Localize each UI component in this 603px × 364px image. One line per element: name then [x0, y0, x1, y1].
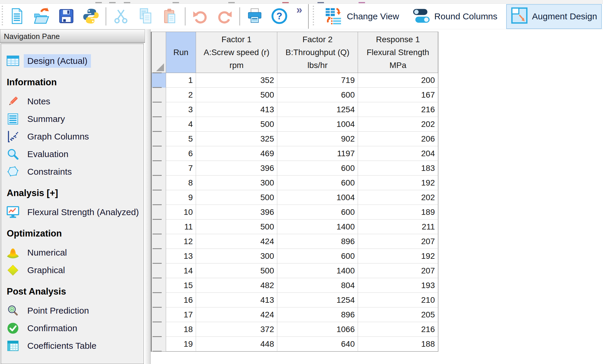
flexural-strength-cell[interactable]: 188: [358, 337, 438, 351]
run-cell[interactable]: 14: [166, 263, 196, 278]
run-cell[interactable]: 2: [166, 88, 196, 102]
flexural-strength-cell[interactable]: 192: [358, 249, 438, 263]
row-selector[interactable]: [152, 117, 166, 132]
screw-speed-cell[interactable]: 300: [196, 249, 277, 263]
throughput-cell[interactable]: 1254: [277, 102, 358, 117]
screw-speed-cell[interactable]: 413: [196, 293, 277, 307]
column-header-factor1[interactable]: Factor 1 A:Screw speed (r) rpm: [196, 32, 277, 73]
run-cell[interactable]: 1: [166, 73, 196, 88]
screw-speed-cell[interactable]: 372: [196, 322, 277, 337]
row-selector[interactable]: [152, 322, 166, 337]
run-cell[interactable]: 17: [166, 307, 196, 322]
nav-item-coefficients-table[interactable]: Coefficients Table: [6, 339, 143, 353]
run-cell[interactable]: 16: [166, 293, 196, 307]
flexural-strength-cell[interactable]: 211: [358, 220, 438, 234]
throughput-cell[interactable]: 1400: [277, 263, 358, 278]
run-cell[interactable]: 12: [166, 234, 196, 249]
run-cell[interactable]: 19: [166, 337, 196, 351]
flexural-strength-cell[interactable]: 167: [358, 88, 438, 102]
undo-button[interactable]: [188, 5, 212, 28]
flexural-strength-cell[interactable]: 189: [358, 205, 438, 220]
row-selector[interactable]: [152, 132, 166, 146]
run-cell[interactable]: 8: [166, 176, 196, 190]
flexural-strength-cell[interactable]: 205: [358, 307, 438, 322]
row-selector[interactable]: [152, 176, 166, 190]
row-selector[interactable]: [152, 249, 166, 263]
flexural-strength-cell[interactable]: 207: [358, 263, 438, 278]
pane-splitter[interactable]: [145, 29, 151, 364]
row-selector[interactable]: [152, 161, 166, 176]
column-header-factor2[interactable]: Factor 2 B:Throughput (Q) lbs/hr: [277, 32, 358, 73]
flexural-strength-cell[interactable]: 200: [358, 73, 438, 88]
run-cell[interactable]: 3: [166, 102, 196, 117]
nav-item-constraints[interactable]: Constraints: [6, 164, 143, 179]
flexural-strength-cell[interactable]: 183: [358, 161, 438, 176]
flexural-strength-cell[interactable]: 216: [358, 102, 438, 117]
run-cell[interactable]: 9: [166, 190, 196, 205]
nav-item-graph-columns[interactable]: Graph Columns: [6, 129, 143, 144]
screw-speed-cell[interactable]: 448: [196, 337, 277, 351]
throughput-cell[interactable]: 1004: [277, 117, 358, 132]
throughput-cell[interactable]: 600: [277, 205, 358, 220]
run-cell[interactable]: 15: [166, 278, 196, 293]
toolbar-drag-grip[interactable]: [313, 6, 314, 27]
column-header-response1[interactable]: Response 1 Flexural Strength MPa: [358, 32, 438, 73]
screw-speed-cell[interactable]: 396: [196, 205, 277, 220]
screw-speed-cell[interactable]: 500: [196, 190, 277, 205]
flexural-strength-cell[interactable]: 192: [358, 176, 438, 190]
run-cell[interactable]: 5: [166, 132, 196, 146]
nav-item-evaluation[interactable]: Evaluation: [6, 147, 143, 161]
throughput-cell[interactable]: 1004: [277, 190, 358, 205]
screw-speed-cell[interactable]: 482: [196, 278, 277, 293]
flexural-strength-cell[interactable]: 193: [358, 278, 438, 293]
screw-speed-cell[interactable]: 413: [196, 102, 277, 117]
nav-item-confirmation[interactable]: Confirmation: [6, 321, 143, 336]
throughput-cell[interactable]: 1254: [277, 293, 358, 307]
toolbar-overflow-button[interactable]: »: [295, 4, 304, 16]
run-cell[interactable]: 11: [166, 220, 196, 234]
run-cell[interactable]: 18: [166, 322, 196, 337]
round-columns-button[interactable]: Round Columns: [408, 4, 502, 29]
run-cell[interactable]: 7: [166, 161, 196, 176]
run-cell[interactable]: 13: [166, 249, 196, 263]
row-selector[interactable]: [152, 278, 166, 293]
help-button[interactable]: ?: [267, 5, 292, 28]
throughput-cell[interactable]: 600: [277, 88, 358, 102]
flexural-strength-cell[interactable]: 206: [358, 132, 438, 146]
run-cell[interactable]: 10: [166, 205, 196, 220]
throughput-cell[interactable]: 902: [277, 132, 358, 146]
screw-speed-cell[interactable]: 469: [196, 146, 277, 161]
throughput-cell[interactable]: 600: [277, 249, 358, 263]
nav-item-point-prediction[interactable]: Point Prediction: [6, 303, 143, 318]
flexural-strength-cell[interactable]: 216: [358, 322, 438, 337]
change-view-button[interactable]: Change View: [320, 4, 404, 30]
row-selector[interactable]: [152, 88, 166, 102]
row-selector[interactable]: [152, 293, 166, 307]
row-selector[interactable]: [152, 263, 166, 278]
redo-button[interactable]: [212, 5, 237, 28]
throughput-cell[interactable]: 896: [277, 307, 358, 322]
row-selector[interactable]: [152, 190, 166, 205]
flexural-strength-cell[interactable]: 202: [358, 117, 438, 132]
run-cell[interactable]: 6: [166, 146, 196, 161]
cut-button[interactable]: [109, 5, 133, 28]
run-cell[interactable]: 4: [166, 117, 196, 132]
nav-item-design-actual[interactable]: Design (Actual): [6, 54, 143, 68]
throughput-cell[interactable]: 896: [277, 234, 358, 249]
python-script-button[interactable]: [79, 5, 103, 28]
flexural-strength-cell[interactable]: 202: [358, 190, 438, 205]
screw-speed-cell[interactable]: 500: [196, 263, 277, 278]
screw-speed-cell[interactable]: 325: [196, 132, 277, 146]
throughput-cell[interactable]: 1066: [277, 322, 358, 337]
flexural-strength-cell[interactable]: 207: [358, 234, 438, 249]
row-selector[interactable]: [152, 307, 166, 322]
throughput-cell[interactable]: 600: [277, 161, 358, 176]
row-selector[interactable]: [152, 73, 166, 88]
copy-button[interactable]: [133, 5, 158, 28]
screw-speed-cell[interactable]: 424: [196, 307, 277, 322]
screw-speed-cell[interactable]: 500: [196, 117, 277, 132]
new-file-button[interactable]: [5, 5, 29, 28]
row-selector[interactable]: [152, 337, 166, 351]
screw-speed-cell[interactable]: 424: [196, 234, 277, 249]
throughput-cell[interactable]: 1400: [277, 220, 358, 234]
